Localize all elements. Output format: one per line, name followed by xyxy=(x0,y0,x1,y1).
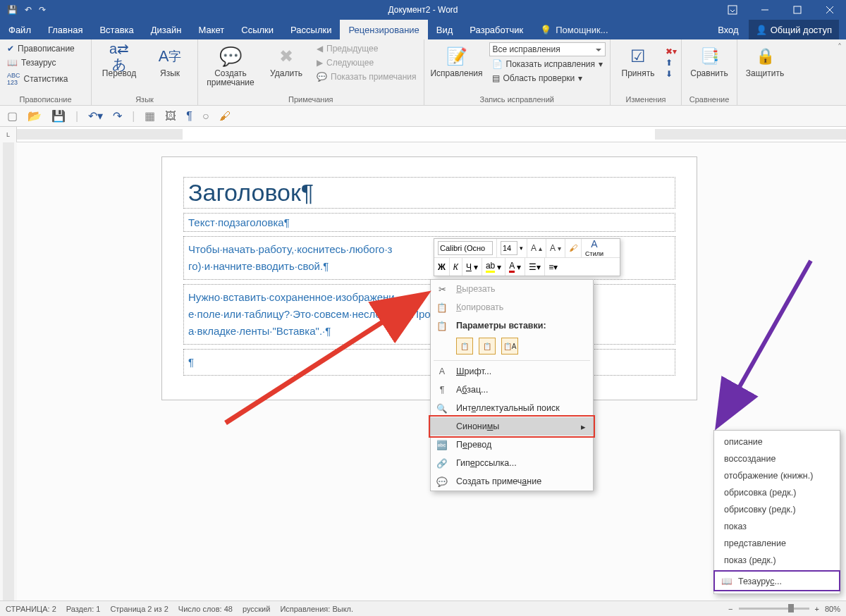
qat-circle-icon[interactable]: ○ xyxy=(202,110,209,123)
bold-button[interactable]: Ж xyxy=(434,258,450,276)
status-track-changes[interactable]: Исправления: Выкл. xyxy=(280,605,353,613)
horizontal-ruler[interactable] xyxy=(17,127,846,142)
synonym-item[interactable]: представление xyxy=(714,535,840,552)
font-family-input[interactable] xyxy=(438,241,493,255)
next-comment-button[interactable]: ▶Следующее xyxy=(314,56,419,69)
qat-undo-icon[interactable]: ↶ xyxy=(25,5,32,15)
synonym-item[interactable]: отображение (книжн.) xyxy=(714,467,840,484)
close-icon[interactable] xyxy=(814,0,846,20)
qat-redo-icon[interactable]: ↷ xyxy=(39,5,46,15)
menu-synonyms[interactable]: Синонимы▸ xyxy=(431,417,593,436)
menu-translate[interactable]: 🔤Перевод xyxy=(431,436,593,454)
tab-view[interactable]: Вид xyxy=(428,20,462,39)
font-size-input[interactable] xyxy=(501,241,517,255)
language-button[interactable]: A字Язык xyxy=(147,42,193,78)
stats-button[interactable]: ABC123Статистика xyxy=(4,70,78,87)
tab-home[interactable]: Главная xyxy=(39,20,91,39)
collapse-ribbon-icon[interactable]: ˄ xyxy=(833,39,846,105)
svg-rect-2 xyxy=(794,6,801,13)
qat-picture-icon[interactable]: 🖼 xyxy=(165,110,176,123)
bullets-button[interactable]: ☰▾ xyxy=(525,258,545,276)
menu-paragraph[interactable]: ¶Абзац... xyxy=(431,381,593,399)
synonym-item[interactable]: показ (редк.) xyxy=(714,552,840,569)
prev-change-icon[interactable]: ⬆ xyxy=(666,58,677,68)
sign-in-link[interactable]: Вход xyxy=(718,25,738,35)
shrink-font-button[interactable]: A▾ xyxy=(546,239,565,257)
tab-layout[interactable]: Макет xyxy=(190,20,233,39)
spellcheck-button[interactable]: ✔Правописание xyxy=(4,42,78,55)
show-markup-button[interactable]: 📄Показать исправления ▾ xyxy=(489,58,606,70)
compare-button[interactable]: 📑Сравнить xyxy=(686,42,732,78)
italic-button[interactable]: К xyxy=(450,258,462,276)
tab-design[interactable]: Дизайн xyxy=(142,20,190,39)
reject-icon[interactable]: ✖▾ xyxy=(666,47,677,56)
qat-new-icon[interactable]: ▢ xyxy=(7,109,18,123)
thesaurus-button[interactable]: 📖Тезаурус xyxy=(4,56,78,69)
zoom-slider[interactable] xyxy=(739,608,809,610)
qat-redo-icon[interactable]: ↷ xyxy=(113,109,122,123)
tab-insert[interactable]: Вставка xyxy=(91,20,142,39)
thesaurus-menu-item[interactable]: 📖Тезаурус... xyxy=(714,571,840,591)
subtitle[interactable]: Текст·подзаголовка¶ xyxy=(183,213,675,232)
menu-hyperlink[interactable]: 🔗Гиперссылка... xyxy=(431,454,593,472)
qat-undo-icon[interactable]: ↶▾ xyxy=(88,109,103,123)
vertical-ruler[interactable]: L xyxy=(0,142,17,600)
tab-review[interactable]: Рецензирование xyxy=(340,20,427,39)
font-color-button[interactable]: A▾ xyxy=(505,258,525,276)
reviewing-pane-button[interactable]: ▤Область проверки ▾ xyxy=(489,72,606,85)
qat-save-icon[interactable]: 💾 xyxy=(7,5,18,15)
delete-comment-button[interactable]: ✖Удалить xyxy=(263,42,309,78)
share-button[interactable]: 👤 Общий доступ xyxy=(749,20,839,39)
paste-merge-formatting[interactable]: 📋 xyxy=(479,338,496,355)
ruler-corner[interactable]: L xyxy=(0,127,17,142)
qat-brush-icon[interactable]: 🖌 xyxy=(219,110,231,123)
prev-comment-button[interactable]: ◀Предыдущее xyxy=(314,42,419,55)
tab-mailings[interactable]: Рассылки xyxy=(282,20,340,39)
zoom-level[interactable]: 80% xyxy=(825,605,840,613)
synonym-item[interactable]: показ xyxy=(714,518,840,535)
menu-copy[interactable]: 📋Копировать xyxy=(431,298,593,316)
underline-button[interactable]: Ч ▾ xyxy=(462,258,482,276)
menu-new-comment[interactable]: 💬Создать примечание xyxy=(431,472,593,491)
format-painter-button[interactable]: 🖌 xyxy=(565,239,582,257)
menu-cut[interactable]: ✂Вырезать xyxy=(431,280,593,298)
qat-open-icon[interactable]: 📂 xyxy=(27,109,42,123)
translate-button[interactable]: a⇄あПеревод xyxy=(96,42,142,78)
zoom-out-button[interactable]: − xyxy=(728,605,732,613)
status-page-of[interactable]: Страница 2 из 2 xyxy=(110,605,168,613)
tab-developer[interactable]: Разработчик xyxy=(461,20,532,39)
status-language[interactable]: русский xyxy=(243,605,270,613)
next-change-icon[interactable]: ⬇ xyxy=(666,69,677,79)
highlight-button[interactable]: ab▾ xyxy=(482,258,505,276)
qat-table-icon[interactable]: ▦ xyxy=(145,109,155,123)
maximize-icon[interactable] xyxy=(781,0,814,20)
menu-font[interactable]: AШрифт... xyxy=(431,362,593,381)
display-mode-dropdown[interactable]: Все исправления xyxy=(489,42,606,56)
ribbon-options-icon[interactable] xyxy=(716,0,749,20)
status-page[interactable]: СТРАНИЦА: 2 xyxy=(6,605,56,613)
tab-file[interactable]: Файл xyxy=(0,20,39,39)
status-section[interactable]: Раздел: 1 xyxy=(66,605,101,613)
menu-smart-lookup[interactable]: 🔍Интеллектуальный поиск xyxy=(431,399,593,417)
styles-button[interactable]: AСтили xyxy=(582,239,607,257)
accept-button[interactable]: ☑Принять xyxy=(615,42,661,78)
tell-me[interactable]: 💡 Помощник... xyxy=(532,20,616,39)
heading-1[interactable]: Заголовок¶ xyxy=(183,177,675,209)
tab-references[interactable]: Ссылки xyxy=(233,20,282,39)
numbering-button[interactable]: ≡▾ xyxy=(545,258,561,276)
status-word-count[interactable]: Число слов: 48 xyxy=(178,605,233,613)
synonym-item[interactable]: обрисовку (редк.) xyxy=(714,501,840,518)
new-comment-button[interactable]: 💬Создать примечание xyxy=(202,42,259,87)
protect-button[interactable]: 🔒Защитить xyxy=(742,42,788,78)
show-comments-button[interactable]: 💬Показать примечания xyxy=(314,70,419,83)
qat-save-icon[interactable]: 💾 xyxy=(51,109,66,123)
synonym-item[interactable]: воссоздание xyxy=(714,450,840,467)
zoom-in-button[interactable]: + xyxy=(815,605,819,613)
qat-paragraph-icon[interactable]: ¶ xyxy=(186,110,192,123)
minimize-icon[interactable] xyxy=(749,0,781,20)
grow-font-button[interactable]: A▴ xyxy=(527,239,546,257)
paste-text-only[interactable]: 📋A xyxy=(501,338,518,355)
synonym-item[interactable]: обрисовка (редк.) xyxy=(714,484,840,501)
paste-keep-formatting[interactable]: 📋 xyxy=(456,338,473,355)
track-changes-button[interactable]: 📝Исправления xyxy=(429,42,485,78)
